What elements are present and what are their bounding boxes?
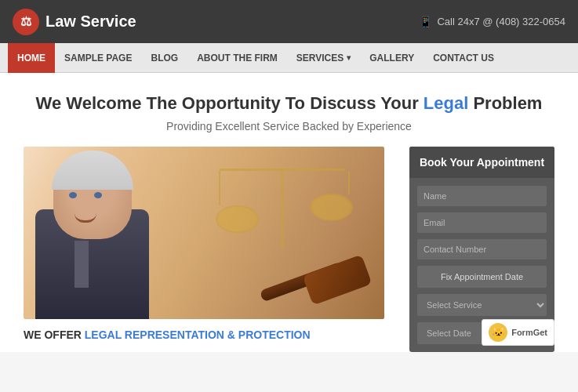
formget-logo-icon: 🐱 xyxy=(489,323,507,342)
nav-sample-page[interactable]: SAMPLE PAGE xyxy=(55,43,141,73)
fix-date-button[interactable]: Fix Appointment Date xyxy=(417,266,547,288)
appointment-header: Book Your Appointment xyxy=(409,147,554,178)
formget-badge[interactable]: 🐱 FormGet xyxy=(482,319,554,346)
site-title: Law Service xyxy=(45,13,136,31)
nav-blog[interactable]: BLOG xyxy=(141,43,187,73)
hero-title-highlight: Legal xyxy=(424,93,468,113)
header-phone: 📱 Call 24x7 @ (408) 322-0654 xyxy=(419,16,565,28)
nav-gallery[interactable]: GALLERY xyxy=(360,43,424,73)
nav-home[interactable]: HOME xyxy=(8,43,55,73)
services-dropdown-arrow: ▾ xyxy=(347,53,351,62)
nav-contact[interactable]: CONTACT US xyxy=(424,43,503,73)
main-nav: HOME SAMPLE PAGE BLOG ABOUT THE FIRM SER… xyxy=(0,43,578,73)
hero-image xyxy=(24,147,384,319)
left-section: WE OFFER LEGAL REPRESENTATION & PROTECTI… xyxy=(24,147,394,352)
right-wrapper: Book Your Appointment Fix Appointment Da… xyxy=(409,147,554,352)
logo-area[interactable]: ⚖ Law Service xyxy=(13,9,136,35)
phone-icon: 📱 xyxy=(419,16,432,28)
nav-services[interactable]: SERVICES ▾ xyxy=(287,43,360,73)
offer-text: WE OFFER LEGAL REPRESENTATION & PROTECTI… xyxy=(24,328,394,341)
gavel-image xyxy=(259,260,369,307)
nav-about-firm[interactable]: ABOUT THE FIRM xyxy=(187,43,287,73)
content-area: WE OFFER LEGAL REPRESENTATION & PROTECTI… xyxy=(24,147,554,352)
main-content: We Welcome The Opportunity To Discuss Yo… xyxy=(0,73,578,352)
hero-title: We Welcome The Opportunity To Discuss Yo… xyxy=(24,93,554,114)
formget-label: FormGet xyxy=(511,328,547,337)
logo-icon: ⚖ xyxy=(13,9,39,35)
site-header: ⚖ Law Service 📱 Call 24x7 @ (408) 322-06… xyxy=(0,0,578,43)
name-input[interactable] xyxy=(417,186,547,206)
service-select[interactable]: Select Service xyxy=(417,294,547,316)
email-input[interactable] xyxy=(417,212,547,233)
phone-number: Call 24x7 @ (408) 322-0654 xyxy=(437,16,565,27)
contact-input[interactable] xyxy=(417,239,547,260)
hero-subtitle: Providing Excellent Service Backed by Ex… xyxy=(24,120,554,132)
offer-highlight: LEGAL REPRESENTATION & PROTECTION xyxy=(85,328,311,341)
